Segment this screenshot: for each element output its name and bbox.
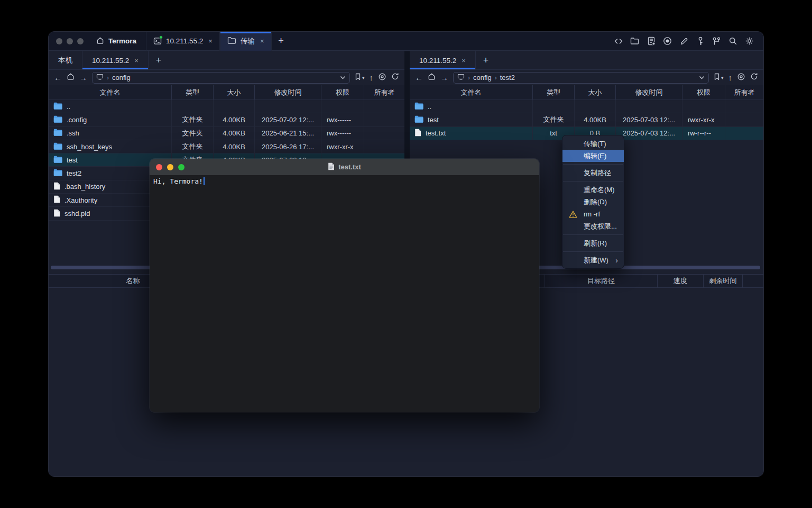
column-header[interactable]: 类型: [533, 85, 575, 99]
code-icon[interactable]: [613, 36, 623, 46]
close-window-button[interactable]: [56, 38, 62, 44]
editor-window: test.txt Hi, Termora!: [150, 159, 539, 412]
menu-item-edit[interactable]: 编辑(E): [562, 150, 624, 162]
tab-terminal-session[interactable]: 10.211.55.2 ×: [146, 32, 220, 51]
column-header[interactable]: 修改时间: [255, 85, 321, 99]
zoom-window-button[interactable]: [178, 164, 184, 170]
file-row[interactable]: ssh_host_keys 文件夹4.00KB2025-06-26 17:...…: [49, 140, 404, 153]
column-header[interactable]: 所有者: [725, 85, 763, 99]
keychain-icon[interactable]: [712, 36, 722, 46]
document-icon: [328, 162, 335, 172]
search-icon[interactable]: [728, 36, 738, 46]
window-tabs: 10.211.55.2 × 传输 × +: [146, 32, 291, 51]
new-panel-tab-button[interactable]: +: [476, 51, 496, 69]
warning-icon: [569, 211, 577, 218]
tab-transfer[interactable]: 传输 ×: [220, 32, 272, 51]
file-icon: [53, 209, 60, 219]
breadcrumb-segment[interactable]: config: [473, 74, 492, 81]
file-row[interactable]: ..: [49, 100, 404, 113]
column-header[interactable]: 大小: [214, 85, 255, 99]
upload-arrow-icon[interactable]: ↑: [370, 74, 374, 81]
menu-item-refresh[interactable]: 刷新(R): [562, 237, 624, 249]
folder-icon: [53, 142, 62, 151]
column-header[interactable]: 速度: [657, 275, 703, 287]
column-header[interactable]: 修改时间: [616, 85, 682, 99]
editor-title: test.txt: [338, 163, 361, 171]
file-row[interactable]: ..: [410, 100, 763, 113]
zoom-window-button[interactable]: [77, 38, 84, 44]
folder-icon: [414, 115, 423, 124]
folder-icon: [414, 102, 423, 111]
file-row[interactable]: test 文件夹4.00KB2025-07-03 12:...rwxr-xr-x: [410, 113, 763, 126]
menu-separator: [563, 234, 623, 235]
close-window-button[interactable]: [156, 164, 162, 170]
column-header[interactable]: 权限: [321, 85, 364, 99]
submenu-chevron-icon: ›: [615, 257, 618, 264]
log-icon[interactable]: [646, 36, 656, 46]
editor-title-bar[interactable]: test.txt: [150, 159, 539, 175]
editor-content[interactable]: Hi, Termora!: [150, 175, 539, 412]
home-icon[interactable]: [428, 72, 436, 83]
minimize-window-button[interactable]: [167, 164, 173, 170]
refresh-icon[interactable]: [750, 72, 758, 83]
home-icon[interactable]: [67, 72, 75, 83]
file-row[interactable]: .ssh 文件夹4.00KB2025-06-21 15:...rwx------: [49, 127, 404, 140]
breadcrumb-segment[interactable]: test2: [500, 74, 515, 81]
tab-remote-host[interactable]: 10.211.55.2 ×: [82, 51, 149, 69]
forward-arrow-icon[interactable]: →: [440, 74, 448, 81]
title-bar: Termora 10.211.55.2 × 传输 ×: [49, 32, 763, 51]
back-arrow-icon[interactable]: ←: [415, 74, 423, 81]
titlebar-actions: [613, 36, 763, 46]
file-row[interactable]: .config 文件夹4.00KB2025-07-02 12:...rwx---…: [49, 113, 404, 126]
column-header[interactable]: 目标路径: [545, 275, 657, 287]
left-panel-toolbar: ← → › config ▾ ↑: [49, 70, 404, 85]
column-header[interactable]: 剩余时间: [703, 275, 743, 287]
tab-local[interactable]: 本机: [49, 51, 82, 69]
upload-arrow-icon[interactable]: ↑: [728, 74, 733, 81]
minimize-window-button[interactable]: [67, 38, 73, 44]
column-header[interactable]: 权限: [682, 85, 725, 99]
chevron-down-icon[interactable]: [699, 76, 705, 79]
forward-arrow-icon[interactable]: →: [79, 74, 87, 81]
window-controls: [56, 38, 84, 44]
new-tab-button[interactable]: +: [272, 32, 291, 51]
close-icon[interactable]: ×: [134, 57, 139, 65]
edit-icon[interactable]: [679, 36, 689, 46]
folder-icon[interactable]: [630, 36, 640, 46]
column-header[interactable]: 文件名: [49, 85, 172, 99]
column-header[interactable]: 文件名: [410, 85, 533, 99]
column-header[interactable]: 类型: [172, 85, 214, 99]
path-input[interactable]: › config › test2: [453, 72, 709, 84]
bookmark-button[interactable]: ▾: [355, 73, 365, 83]
desktop: Termora 10.211.55.2 × 传输 ×: [0, 0, 812, 508]
close-icon[interactable]: ×: [208, 37, 213, 45]
menu-item-delete[interactable]: 删除(D): [562, 196, 624, 208]
bookmark-button[interactable]: ▾: [714, 73, 724, 83]
menu-separator: [563, 164, 623, 165]
bookmark-icon: [355, 73, 361, 83]
menu-item-transfer[interactable]: 传输(T): [562, 138, 624, 150]
menu-item-copy-path[interactable]: 复制路径: [562, 167, 624, 179]
hidden-files-icon[interactable]: [378, 72, 386, 83]
tab-remote-host[interactable]: 10.211.55.2 ×: [410, 51, 476, 69]
key-icon[interactable]: [695, 36, 705, 46]
path-input[interactable]: › config: [92, 72, 350, 84]
close-icon[interactable]: ×: [260, 37, 264, 45]
close-icon[interactable]: ×: [462, 57, 466, 65]
hidden-files-icon[interactable]: [737, 72, 745, 83]
app-home-tab[interactable]: Termora: [96, 37, 136, 46]
column-header[interactable]: 大小: [575, 85, 616, 99]
breadcrumb-segment[interactable]: config: [112, 74, 131, 81]
new-panel-tab-button[interactable]: +: [149, 51, 169, 69]
settings-icon[interactable]: [744, 36, 754, 46]
refresh-icon[interactable]: [391, 72, 399, 83]
menu-item-rename[interactable]: 重命名(M): [562, 184, 624, 196]
back-arrow-icon[interactable]: ←: [54, 74, 62, 81]
menu-item-new[interactable]: 新建(W) ›: [562, 254, 624, 266]
menu-item-change-permissions[interactable]: 更改权限...: [562, 220, 624, 232]
menu-item-rm-rf[interactable]: rm -rf: [562, 208, 624, 220]
column-header[interactable]: 所有者: [364, 85, 404, 99]
record-icon[interactable]: [662, 36, 672, 46]
chevron-down-icon[interactable]: [340, 76, 346, 79]
caret-down-icon: ▾: [362, 75, 365, 80]
